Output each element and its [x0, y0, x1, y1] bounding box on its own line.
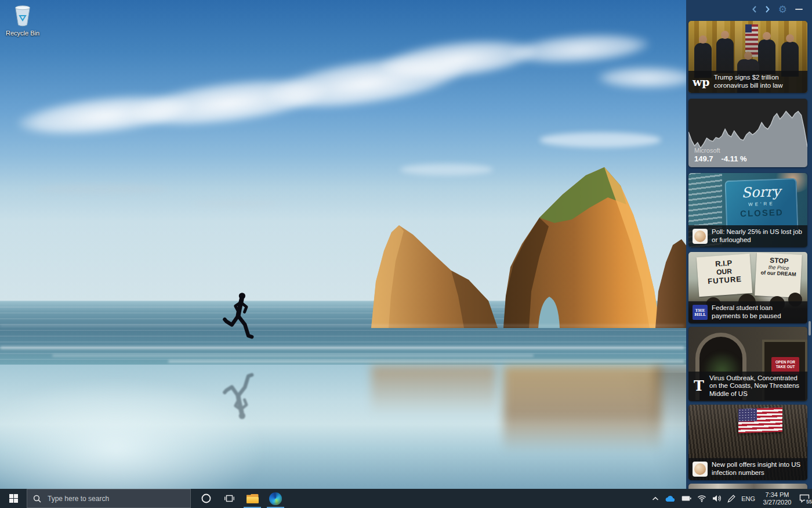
stock-card-microsoft[interactable]: Microsoft 149.7-4.11 % — [688, 99, 807, 167]
news-feed-panel: ⚙ wp Trump signs $2 trillion coronavirus… — [686, 0, 812, 489]
forward-icon[interactable] — [765, 5, 770, 13]
search-input[interactable] — [46, 494, 184, 503]
back-icon[interactable] — [752, 5, 757, 13]
language-indicator[interactable]: ENG — [741, 495, 755, 502]
sign-text: CLOSED — [726, 207, 798, 219]
chevron-up-icon[interactable] — [652, 496, 659, 501]
windows-start-icon — [9, 494, 18, 503]
news-card-caption: Poll: Nearly 25% in US lost job or furlo… — [688, 225, 807, 247]
news-card-nyt[interactable]: OPEN FOR TAKE OUT T Virus Outbreak, Conc… — [688, 327, 807, 401]
news-card-title: Virus Outbreak, Concentrated on the Coas… — [709, 374, 803, 398]
onedrive-icon[interactable] — [665, 495, 676, 502]
start-button[interactable] — [0, 489, 27, 508]
cloud — [539, 132, 661, 147]
date-text: 3/27/2020 — [761, 499, 793, 506]
edge-icon — [269, 492, 282, 505]
rock-reflection — [503, 366, 661, 453]
news-card-wapo[interactable]: wp Trump signs $2 trillion coronavirus b… — [688, 21, 807, 93]
foam-line — [0, 325, 684, 326]
sea-stack-rocks — [348, 163, 696, 331]
foam-line — [0, 347, 684, 349]
time-text: 7:34 PM — [761, 491, 793, 499]
settings-icon[interactable]: ⚙ — [778, 5, 787, 15]
battery-icon[interactable] — [682, 495, 691, 502]
recycle-bin-label: Recycle Bin — [3, 30, 42, 37]
file-explorer-icon — [246, 494, 259, 503]
news-source-logo — [693, 229, 708, 244]
sidebar-scrollbar-thumb[interactable] — [809, 321, 811, 336]
news-card-the-hill[interactable]: R.I.P OUR FUTURE STOP the Price of our D… — [688, 252, 807, 323]
sign-text: Sorry — [725, 183, 798, 201]
search-icon — [33, 495, 41, 503]
us-flag — [738, 408, 782, 434]
rock-reflection — [371, 366, 496, 415]
stock-change: -4.11 % — [722, 154, 747, 163]
cloud — [597, 67, 696, 88]
news-card-caption: THEHILL Federal student loan payments to… — [688, 301, 807, 323]
task-view-button[interactable] — [217, 489, 241, 508]
cloud — [191, 200, 278, 207]
pen-icon[interactable] — [727, 495, 735, 503]
minimize-icon[interactable] — [795, 9, 803, 10]
news-source-logo — [693, 462, 708, 477]
news-card-poll-infections[interactable]: New poll offers insight into US infectio… — [688, 405, 807, 480]
news-card-title: New poll offers insight into US infectio… — [712, 461, 803, 477]
news-card-caption: T Virus Outbreak, Concentrated on the Co… — [688, 372, 807, 402]
stock-price: 149.7 — [694, 154, 713, 163]
desktop-screen: Recycle Bin ⚙ wp — [0, 0, 812, 508]
news-card-title: Poll: Nearly 25% in US lost job or furlo… — [712, 228, 803, 244]
news-card-title: Federal student loan payments to be paus… — [712, 304, 803, 320]
wifi-icon[interactable] — [697, 495, 706, 502]
protest-sign: R.I.P OUR FUTURE — [697, 254, 753, 297]
recycle-bin-desktop-icon[interactable]: Recycle Bin — [3, 3, 42, 37]
runner-silhouette — [222, 291, 256, 356]
the-hill-logo: THEHILL — [693, 305, 708, 320]
taskbar-search[interactable] — [27, 489, 191, 508]
taskbar: ENG 7:34 PM 3/27/2020 55 — [0, 489, 812, 508]
cloud — [35, 185, 168, 194]
news-card-poll-jobs[interactable]: Sorry WE'RE CLOSED Poll: Nearly 25% in U… — [688, 173, 807, 247]
cortana-icon — [201, 493, 211, 503]
notification-count-badge: 55 — [805, 499, 812, 505]
action-center-button[interactable]: 55 — [799, 494, 810, 503]
stock-name: Microsoft — [694, 147, 747, 154]
recycle-bin-icon — [12, 3, 33, 27]
news-panel-header: ⚙ — [686, 0, 812, 19]
news-card-caption: wp Trump signs $2 trillion coronavirus b… — [688, 71, 807, 93]
cortana-button[interactable] — [194, 489, 217, 508]
volume-icon[interactable] — [712, 495, 722, 502]
file-explorer-button[interactable] — [241, 489, 264, 508]
system-tray: ENG 7:34 PM 3/27/2020 55 — [652, 489, 810, 508]
nyt-logo: T — [693, 377, 705, 394]
news-card-title: Trump signs $2 trillion coronavirus bill… — [714, 74, 803, 89]
news-card-caption: New poll offers insight into US infectio… — [688, 458, 807, 480]
edge-button[interactable] — [264, 489, 287, 508]
protest-sign: STOP the Price of our DREAM — [755, 253, 802, 298]
task-view-icon — [224, 494, 234, 503]
taskbar-clock[interactable]: 7:34 PM 3/27/2020 — [761, 491, 793, 506]
stock-labels: Microsoft 149.7-4.11 % — [694, 147, 747, 163]
foam-line — [52, 355, 534, 356]
runner-reflection — [222, 356, 256, 421]
news-card-partial[interactable] — [688, 484, 807, 489]
washington-post-logo: wp — [693, 75, 710, 88]
